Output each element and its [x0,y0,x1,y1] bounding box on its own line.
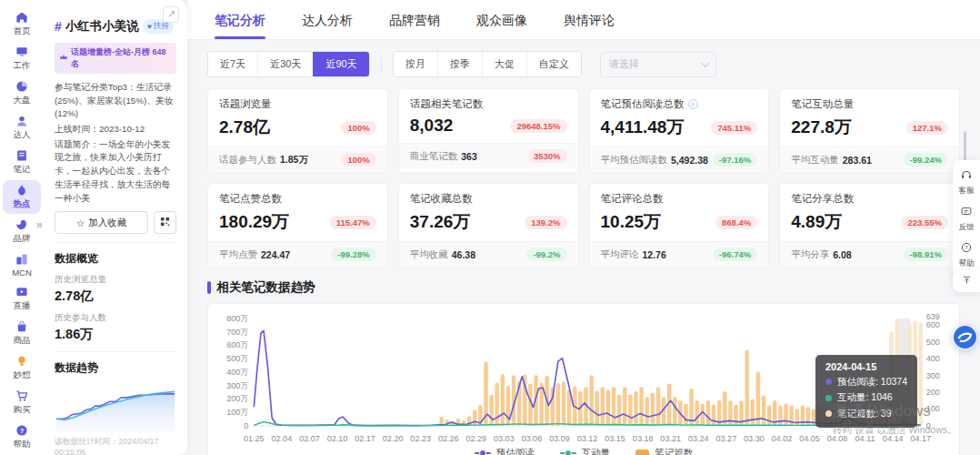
metric-cards-grid: 话题浏览量 2.78亿 100% 话题参与人数 1.85万 100% 话题相关笔… [207,88,960,268]
sidebar-item-label: 大盘 [14,95,31,106]
svg-text:01.25: 01.25 [244,434,265,443]
svg-text:03.18: 03.18 [633,434,654,443]
float-item-label: 反馈 [959,222,975,233]
float-item-label: 客服 [959,186,975,197]
mcn-icon [15,252,29,267]
goods-icon [15,319,29,334]
sub-change-badge: -98.91% [904,248,948,261]
svg-text:?: ? [965,245,968,250]
qrcode-button[interactable] [154,211,176,234]
legend-item-笔记篇数[interactable]: 笔记篇数 [635,447,693,455]
range-segment: 近7天近30天近90天 [207,51,370,77]
svg-text:?: ? [20,427,25,435]
topic-title-row: # 小红书小美说 ♥扶持 [55,18,176,35]
question-icon: ? [960,241,973,258]
star-icon: ☆ [76,217,85,228]
sidebar-item-help[interactable]: ?帮助 [3,420,41,454]
float-item-label: 帮助 [959,258,975,269]
range-button[interactable]: 近7天 [208,52,257,76]
panel-fullscreen-button[interactable] [163,6,179,23]
range-button[interactable]: 近30天 [257,52,313,76]
sidebar-item-creator[interactable]: 达人 [3,111,41,145]
home-icon [15,10,29,25]
add-favorite-button[interactable]: ☆加入收藏 [55,211,148,234]
sidebar-item-note[interactable]: 笔记 [3,146,41,179]
tab-观众画像[interactable]: 观众画像 [475,2,529,39]
divider [55,351,176,352]
card-topic-views: 话题浏览量 2.78亿 100% 话题参与人数 1.85万 100% [207,88,388,173]
date-select[interactable]: 请选择 [600,52,716,77]
sidebar-item-mcn[interactable]: MCN [3,249,41,281]
tab-品牌营销[interactable]: 品牌营销 [387,2,442,39]
svg-text:02.10: 02.10 [327,434,348,443]
tab-达人分析[interactable]: 达人分析 [300,2,355,39]
sidebar-item-cart[interactable]: 购买 [3,386,41,420]
time-filter-row: 近7天近30天近90天 按月按季大促自定义 请选择 [207,51,960,77]
main-content: 笔记分析达人分析品牌营销观众画像舆情评论 近7天近30天近90天 按月按季大促自… [187,0,980,455]
metric-value: 227.8万 [791,116,852,139]
trend-chart[interactable]: 0100万200万300万400万500万600万700万800万0100200… [212,309,955,446]
svg-text:02.04: 02.04 [272,434,293,443]
title-accent-bar [207,281,211,294]
sub-metric-value: 224.47 [261,249,290,260]
assistant-logo-button[interactable] [953,325,977,349]
logo-icon [953,325,977,349]
work-icon [15,45,29,59]
metric-title: 笔记收藏总数 [410,192,473,206]
float-feedback-button[interactable]: 反馈 [959,201,975,238]
change-badge: 127.1% [906,121,948,135]
svg-text:200: 200 [926,388,940,397]
history-views-stat: 历史浏览总量 2.78亿 [55,274,176,305]
sidebar-item-brand[interactable]: 品牌 [3,215,41,248]
legend-item-互动量[interactable]: 互动量 [560,447,611,455]
sidebar-item-label: 品牌 [14,233,31,245]
sidebar-item-market[interactable]: 大盘 [3,76,41,110]
legend-item-预估阅读[interactable]: 预估阅读 [475,447,535,455]
mini-trend-chart [55,383,176,432]
sidebar-item-live[interactable]: 直播 [3,282,41,316]
svg-text:04.14: 04.14 [883,434,904,443]
qrcode-icon [159,216,171,230]
svg-text:04.11: 04.11 [855,434,875,443]
sidebar-item-label: 妙想 [14,369,31,381]
overview-title: 数据概览 [55,251,176,267]
metric-title: 笔记评论总数 [601,192,664,206]
info-icon[interactable]: i [688,99,698,109]
float-question-button[interactable]: ?帮助 [959,238,975,274]
sidebar-item-hot[interactable]: 热点 [3,180,41,214]
svg-text:0: 0 [244,421,248,430]
line-marker-icon [560,450,576,455]
float-headset-button[interactable]: 客服 [959,165,975,201]
sidebar-item-idea[interactable]: 妙想 [3,351,41,385]
metric-title: 话题浏览量 [219,97,272,111]
metric-title: 笔记预估阅读总数 [601,97,685,111]
hot-icon [15,183,29,197]
chevron-down-icon [701,58,710,67]
metric-value: 180.29万 [219,210,289,234]
period-button[interactable]: 大促 [482,52,526,76]
panel-collapse-toggle[interactable]: » [36,218,43,231]
sub-metric-value: 1.85万 [280,154,308,167]
sidebar-item-home[interactable]: 首页 [3,7,41,41]
sidebar-item-goods[interactable]: 商品 [3,317,41,350]
svg-text:03.15: 03.15 [605,434,625,443]
tab-舆情评论[interactable]: 舆情评论 [562,2,616,39]
svg-text:100: 100 [926,405,940,414]
svg-text:03.09: 03.09 [549,434,570,443]
headset-icon [960,168,973,185]
change-badge: 115.47% [330,216,376,229]
period-button[interactable]: 自定义 [526,52,581,76]
range-button[interactable]: 近90天 [313,52,368,76]
tab-笔记分析[interactable]: 笔记分析 [213,2,267,39]
sidebar-item-label: 达人 [14,129,31,141]
sub-change-badge: 100% [341,153,375,167]
rank-banner[interactable]: 话题增量榜-全站-月榜 648名 [55,43,176,74]
sub-metric-label: 平均分享 [791,248,829,261]
sidebar-item-work[interactable]: 工作 [3,42,41,76]
back-to-top-button[interactable] [953,270,980,292]
card-total-comments: 笔记评论总数 10.25万 868.4% 平均评论 12.76 -96.74% [589,183,770,268]
period-button[interactable]: 按季 [437,52,482,76]
period-button[interactable]: 按月 [394,52,437,76]
change-badge: 139.2% [525,216,566,229]
sub-metric-value: 12.76 [643,249,666,260]
